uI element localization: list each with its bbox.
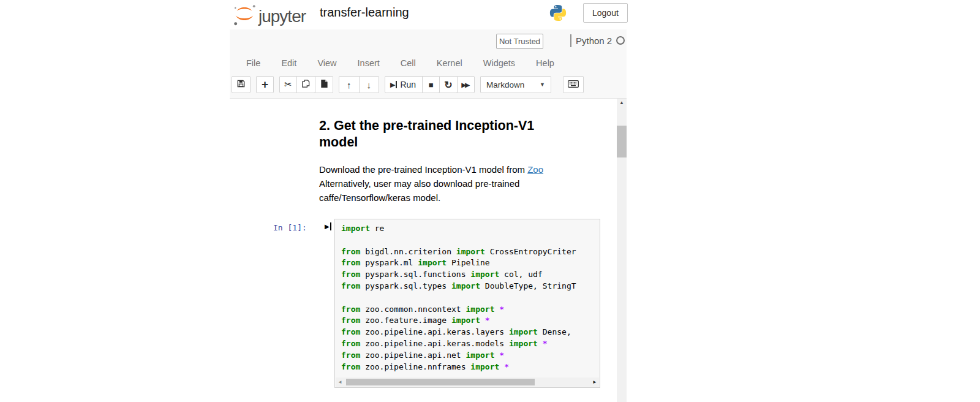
jupyter-logo[interactable]: jupyter xyxy=(232,2,306,30)
scrollbar-up-icon[interactable]: ▲ xyxy=(617,100,627,105)
code-line: from pyspark.sql.functions import col, u… xyxy=(341,270,597,281)
restart-run-all-button[interactable]: ▶▶ xyxy=(457,76,475,93)
marker-bar-icon xyxy=(330,222,331,230)
menu-item-insert[interactable]: Insert xyxy=(347,58,390,68)
code-line xyxy=(341,235,597,247)
move-cell-up-button[interactable]: ↑ xyxy=(339,76,360,93)
run-label: Run xyxy=(400,80,416,89)
run-button[interactable]: ▶ Run xyxy=(385,76,423,93)
cut-cell-button[interactable]: ✂ xyxy=(279,76,297,93)
code-line: from zoo.pipeline.nnframes import * xyxy=(341,362,597,374)
run-bar-icon xyxy=(396,81,397,88)
cell-run-marker[interactable]: ▶ xyxy=(325,222,331,230)
notebook-title[interactable]: transfer-learning xyxy=(320,6,409,20)
scrollbar-thumb[interactable] xyxy=(617,126,627,157)
move-cell-down-button[interactable]: ↓ xyxy=(359,76,380,93)
menu-item-kernel[interactable]: Kernel xyxy=(426,58,473,68)
code-line xyxy=(341,293,597,305)
scissors-icon: ✂ xyxy=(284,79,292,90)
chevron-down-icon: ▼ xyxy=(540,82,545,88)
menu-item-view[interactable]: View xyxy=(307,58,347,68)
save-button[interactable] xyxy=(232,76,251,93)
code-line: from pyspark.sql.types import DoubleType… xyxy=(341,281,597,293)
notebook-chrome: Not Trusted Python 2 FileEditViewInsertC… xyxy=(230,29,627,99)
code-cell-hscrollbar[interactable]: ◄ ► xyxy=(336,377,599,387)
notebook-scrollbar[interactable]: ▲ xyxy=(617,99,627,402)
copy-icon xyxy=(301,79,311,90)
logout-button[interactable]: Logout xyxy=(583,3,628,23)
kernel-name: Python 2 xyxy=(576,36,612,46)
code-line: from pyspark.ml import Pipeline xyxy=(341,258,597,270)
code-line: from zoo.feature.image import * xyxy=(341,316,597,327)
python-kernel-icon xyxy=(549,4,567,22)
run-play-icon: ▶ xyxy=(390,81,395,89)
restart-kernel-button[interactable]: ↻ xyxy=(439,76,457,93)
cell-type-value: Markdown xyxy=(486,80,524,89)
hscroll-left-icon[interactable]: ◄ xyxy=(337,379,342,385)
code-line: from bigdl.nn.criterion import CrossEntr… xyxy=(341,247,597,259)
arrow-up-icon: ↑ xyxy=(347,80,352,90)
arrow-down-icon: ↓ xyxy=(367,80,372,90)
add-cell-button[interactable]: + xyxy=(256,76,274,93)
kernel-separator xyxy=(570,34,571,47)
code-line: from zoo.pipeline.api.keras.models impor… xyxy=(341,339,597,351)
hscroll-right-icon[interactable]: ► xyxy=(592,379,597,385)
save-icon xyxy=(236,79,246,90)
code-cell[interactable]: import re from bigdl.nn.criterion import… xyxy=(334,219,600,388)
plus-icon: + xyxy=(262,78,268,91)
paste-cell-button[interactable] xyxy=(315,76,333,93)
paragraph-text: Download the pre-trained Inception-V1 mo… xyxy=(319,164,527,175)
toolbar: + ✂ xyxy=(232,76,589,93)
hscroll-thumb[interactable] xyxy=(346,379,535,385)
markdown-paragraph[interactable]: Download the pre-trained Inception-V1 mo… xyxy=(319,162,564,205)
interrupt-kernel-button[interactable]: ■ xyxy=(422,76,440,93)
menu-item-cell[interactable]: Cell xyxy=(390,58,426,68)
jupyter-notebook-app: jupyter transfer-learning Logout Not Tru… xyxy=(0,0,980,402)
paragraph-text-2: Alternatively, user may also download pr… xyxy=(319,178,519,203)
kernel-idle-icon xyxy=(616,36,625,45)
keyboard-icon xyxy=(568,80,579,89)
trust-status-button[interactable]: Not Trusted xyxy=(496,34,543,49)
paste-icon xyxy=(320,79,328,90)
markdown-heading[interactable]: 2. Get the pre-trained Inception-V1 mode… xyxy=(319,118,546,151)
code-line: import re xyxy=(341,224,597,235)
cell-type-dropdown[interactable]: Markdown ▼ xyxy=(480,76,551,93)
stop-icon: ■ xyxy=(429,80,434,89)
fast-forward-icon: ▶▶ xyxy=(462,82,469,88)
zoo-link[interactable]: Zoo xyxy=(527,164,543,175)
code-line: from zoo.pipeline.api.keras.layers impor… xyxy=(341,327,597,339)
restart-icon: ↻ xyxy=(444,79,452,91)
code-lines[interactable]: import re from bigdl.nn.criterion import… xyxy=(335,219,600,377)
copy-cell-button[interactable] xyxy=(296,76,315,93)
marker-play-icon: ▶ xyxy=(325,223,330,230)
code-line: from zoo.pipeline.api.net import * xyxy=(341,351,597,362)
menu-item-help[interactable]: Help xyxy=(526,58,565,68)
notebook-area: ▲ 2. Get the pre-trained Inception-V1 mo… xyxy=(230,99,627,402)
input-prompt: In [1]: xyxy=(273,223,307,232)
header: jupyter transfer-learning Logout xyxy=(230,0,627,29)
jupyter-wordmark: jupyter xyxy=(258,7,306,26)
jupyter-logo-icon xyxy=(232,2,257,30)
menu-item-widgets[interactable]: Widgets xyxy=(473,58,526,68)
menu-item-file[interactable]: File xyxy=(236,58,271,68)
menubar: FileEditViewInsertCellKernelWidgetsHelp xyxy=(236,54,565,72)
code-line: from zoo.common.nncontext import * xyxy=(341,305,597,316)
menu-item-edit[interactable]: Edit xyxy=(271,58,307,68)
command-palette-button[interactable] xyxy=(563,76,584,93)
